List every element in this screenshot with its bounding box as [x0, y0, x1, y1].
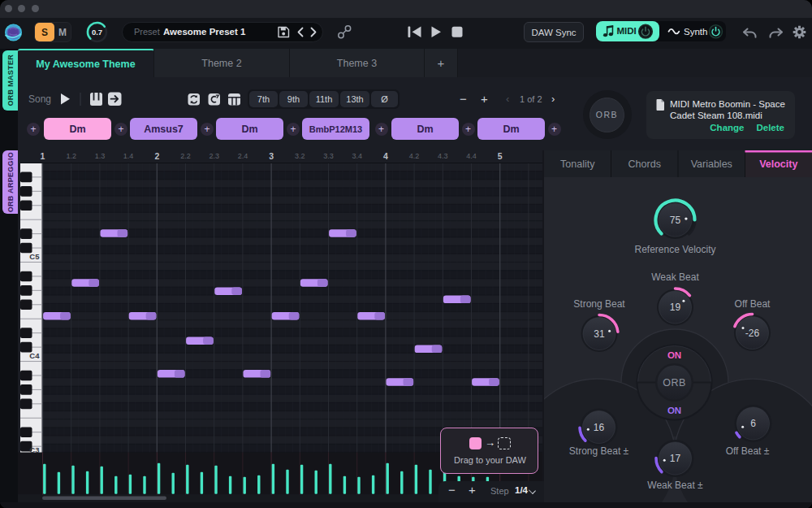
svg-text:75: 75 — [670, 215, 681, 226]
svg-text:5: 5 — [498, 151, 503, 161]
svg-text:1: 1 — [41, 151, 45, 161]
svg-text:Chords: Chords — [628, 158, 661, 170]
svg-text:3: 3 — [269, 151, 274, 161]
svg-text:C3: C3 — [29, 445, 39, 454]
svg-text:6: 6 — [750, 418, 756, 429]
svg-text:4.2: 4.2 — [409, 152, 420, 160]
svg-text:2.4: 2.4 — [238, 152, 248, 160]
svg-text:2.3: 2.3 — [209, 152, 219, 160]
svg-text:Off Beat: Off Beat — [735, 298, 771, 310]
svg-text:Weak Beat: Weak Beat — [651, 271, 699, 283]
svg-text:C5: C5 — [29, 252, 40, 261]
svg-text:1.2: 1.2 — [66, 152, 76, 160]
svg-text:4.4: 4.4 — [466, 152, 477, 160]
svg-text:Off Beat ±: Off Beat ± — [726, 445, 770, 457]
svg-text:Strong Beat: Strong Beat — [573, 298, 625, 310]
svg-text:ON: ON — [667, 350, 681, 360]
svg-text:-26: -26 — [745, 328, 760, 339]
svg-text:C4: C4 — [29, 351, 40, 360]
svg-text:4: 4 — [383, 151, 388, 161]
svg-text:1.4: 1.4 — [123, 152, 134, 160]
svg-text:ORB: ORB — [663, 377, 686, 389]
svg-text:3.3: 3.3 — [323, 152, 334, 160]
svg-text:ON: ON — [667, 406, 681, 415]
svg-text:4.3: 4.3 — [438, 152, 448, 160]
svg-text:Weak Beat ±: Weak Beat ± — [647, 480, 703, 491]
svg-text:31: 31 — [594, 328, 605, 340]
svg-text:3.2: 3.2 — [295, 152, 305, 160]
svg-text:Variables: Variables — [691, 158, 732, 170]
svg-text:0.7: 0.7 — [92, 28, 102, 37]
svg-text:Strong Beat ±: Strong Beat ± — [569, 445, 629, 457]
svg-text:1.3: 1.3 — [95, 152, 106, 160]
svg-text:Tonality: Tonality — [560, 158, 595, 170]
svg-text:2.2: 2.2 — [180, 152, 191, 160]
svg-text:19: 19 — [670, 302, 681, 313]
svg-text:16: 16 — [594, 422, 605, 433]
svg-text:17: 17 — [670, 453, 681, 464]
svg-text:2: 2 — [154, 151, 159, 161]
svg-text:Velocity: Velocity — [759, 158, 797, 170]
svg-text:3.4: 3.4 — [352, 152, 362, 160]
svg-text:Reference Velocity: Reference Velocity — [634, 244, 715, 255]
